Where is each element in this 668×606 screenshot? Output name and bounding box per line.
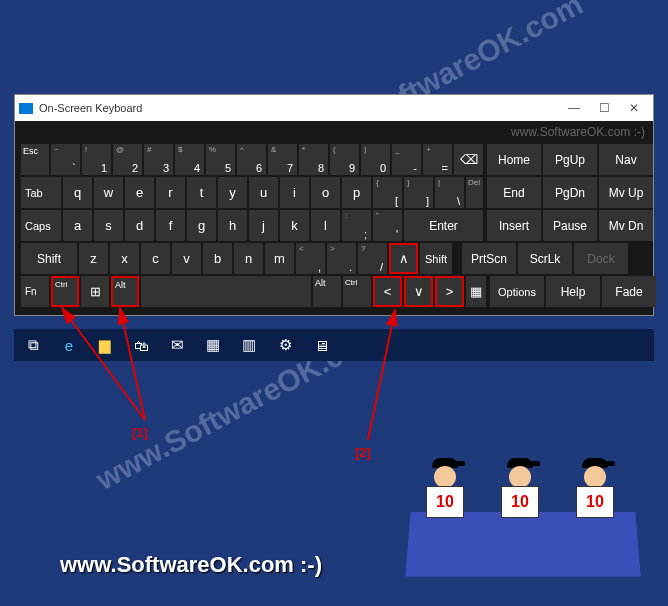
key-m[interactable]: m bbox=[265, 243, 294, 274]
key-ctrl-left[interactable]: Ctrl bbox=[51, 276, 79, 307]
key-fn[interactable]: Fn bbox=[21, 276, 49, 307]
key-tab[interactable]: Tab bbox=[21, 177, 61, 208]
key-nav[interactable]: Nav bbox=[599, 144, 653, 175]
key-arrow-left[interactable]: < bbox=[373, 276, 402, 307]
key-shift-right[interactable]: Shift bbox=[420, 243, 452, 274]
key-u[interactable]: u bbox=[249, 177, 278, 208]
explorer-icon[interactable]: ▆ bbox=[94, 334, 116, 356]
taskview-icon[interactable]: ⧉ bbox=[22, 334, 44, 356]
key-alt-right[interactable]: Alt bbox=[313, 276, 341, 307]
key-arrow-right[interactable]: > bbox=[435, 276, 464, 307]
key-backtick[interactable]: ~` bbox=[51, 144, 80, 175]
key-l[interactable]: l bbox=[311, 210, 340, 241]
key-z[interactable]: z bbox=[79, 243, 108, 274]
window-title: On-Screen Keyboard bbox=[39, 102, 559, 114]
key-alt-left[interactable]: Alt bbox=[111, 276, 139, 307]
key-w[interactable]: w bbox=[94, 177, 123, 208]
keyboard-area: www.SoftwareOK.com :-) Esc ~` !1 @2 #3 $… bbox=[15, 121, 653, 315]
key-slash[interactable]: ?/ bbox=[358, 243, 387, 274]
key-prtscn[interactable]: PrtScn bbox=[462, 243, 516, 274]
key-enter[interactable]: Enter bbox=[404, 210, 483, 241]
key-equals[interactable]: += bbox=[423, 144, 452, 175]
key-p[interactable]: p bbox=[342, 177, 371, 208]
key-apostrophe[interactable]: "' bbox=[373, 210, 402, 241]
key-b[interactable]: b bbox=[203, 243, 232, 274]
key-2[interactable]: @2 bbox=[113, 144, 142, 175]
key-9[interactable]: (9 bbox=[330, 144, 359, 175]
key-i[interactable]: i bbox=[280, 177, 309, 208]
key-n[interactable]: n bbox=[234, 243, 263, 274]
key-1[interactable]: !1 bbox=[82, 144, 111, 175]
key-minus[interactable]: _- bbox=[392, 144, 421, 175]
key-esc[interactable]: Esc bbox=[21, 144, 49, 175]
key-6[interactable]: ^6 bbox=[237, 144, 266, 175]
key-r[interactable]: r bbox=[156, 177, 185, 208]
key-fade[interactable]: Fade bbox=[602, 276, 656, 307]
key-insert[interactable]: Insert bbox=[487, 210, 541, 241]
keyboard-watermark: www.SoftwareOK.com :-) bbox=[511, 125, 645, 139]
key-scrlk[interactable]: ScrLk bbox=[518, 243, 572, 274]
key-pgup[interactable]: PgUp bbox=[543, 144, 597, 175]
key-space[interactable] bbox=[141, 276, 311, 307]
key-home[interactable]: Home bbox=[487, 144, 541, 175]
key-mvup[interactable]: Mv Up bbox=[599, 177, 653, 208]
key-g[interactable]: g bbox=[187, 210, 216, 241]
key-menu[interactable]: ▦ bbox=[466, 276, 486, 307]
key-c[interactable]: c bbox=[141, 243, 170, 274]
key-backspace[interactable]: ⌫ bbox=[454, 144, 483, 175]
key-dock[interactable]: Dock bbox=[574, 243, 628, 274]
key-arrow-up[interactable]: ∧ bbox=[389, 243, 418, 274]
minimize-button[interactable]: — bbox=[559, 98, 589, 118]
key-v[interactable]: v bbox=[172, 243, 201, 274]
key-pause[interactable]: Pause bbox=[543, 210, 597, 241]
mail-icon[interactable]: ✉ bbox=[166, 334, 188, 356]
key-q[interactable]: q bbox=[63, 177, 92, 208]
key-s[interactable]: s bbox=[94, 210, 123, 241]
key-del[interactable]: Del bbox=[466, 177, 483, 208]
app-icon-1[interactable]: ▦ bbox=[202, 334, 224, 356]
key-k[interactable]: k bbox=[280, 210, 309, 241]
app-icon-3[interactable]: ⚙ bbox=[274, 334, 296, 356]
key-o[interactable]: o bbox=[311, 177, 340, 208]
key-y[interactable]: y bbox=[218, 177, 247, 208]
store-icon[interactable]: 🛍 bbox=[130, 334, 152, 356]
key-options[interactable]: Options bbox=[490, 276, 544, 307]
key-ctrl-right[interactable]: Ctrl bbox=[343, 276, 371, 307]
key-period[interactable]: >. bbox=[327, 243, 356, 274]
key-x[interactable]: x bbox=[110, 243, 139, 274]
key-t[interactable]: t bbox=[187, 177, 216, 208]
key-backslash[interactable]: |\ bbox=[435, 177, 464, 208]
key-arrow-down[interactable]: ∨ bbox=[404, 276, 433, 307]
key-3[interactable]: #3 bbox=[144, 144, 173, 175]
key-8[interactable]: *8 bbox=[299, 144, 328, 175]
titlebar[interactable]: On-Screen Keyboard — ☐ ✕ bbox=[15, 95, 653, 121]
key-mvdn[interactable]: Mv Dn bbox=[599, 210, 653, 241]
key-h[interactable]: h bbox=[218, 210, 247, 241]
key-a[interactable]: a bbox=[63, 210, 92, 241]
close-button[interactable]: ✕ bbox=[619, 98, 649, 118]
key-4[interactable]: $4 bbox=[175, 144, 204, 175]
app-icon-2[interactable]: ▥ bbox=[238, 334, 260, 356]
key-f[interactable]: f bbox=[156, 210, 185, 241]
key-7[interactable]: &7 bbox=[268, 144, 297, 175]
key-help[interactable]: Help bbox=[546, 276, 600, 307]
key-comma[interactable]: <, bbox=[296, 243, 325, 274]
app-icon-4[interactable]: 🖥 bbox=[310, 334, 332, 356]
key-pgdn[interactable]: PgDn bbox=[543, 177, 597, 208]
key-e[interactable]: e bbox=[125, 177, 154, 208]
key-shift-left[interactable]: Shift bbox=[21, 243, 77, 274]
key-rbracket[interactable]: }] bbox=[404, 177, 433, 208]
key-end[interactable]: End bbox=[487, 177, 541, 208]
judges-illustration: 10 10 10 bbox=[408, 446, 638, 576]
key-0[interactable]: )0 bbox=[361, 144, 390, 175]
key-semicolon[interactable]: :; bbox=[342, 210, 371, 241]
key-d[interactable]: d bbox=[125, 210, 154, 241]
key-caps[interactable]: Caps bbox=[21, 210, 61, 241]
key-j[interactable]: j bbox=[249, 210, 278, 241]
key-5[interactable]: %5 bbox=[206, 144, 235, 175]
callout-1: [1] bbox=[132, 425, 148, 440]
key-lbracket[interactable]: {[ bbox=[373, 177, 402, 208]
maximize-button[interactable]: ☐ bbox=[589, 98, 619, 118]
edge-icon[interactable]: e bbox=[58, 334, 80, 356]
key-windows[interactable]: ⊞ bbox=[81, 276, 109, 307]
